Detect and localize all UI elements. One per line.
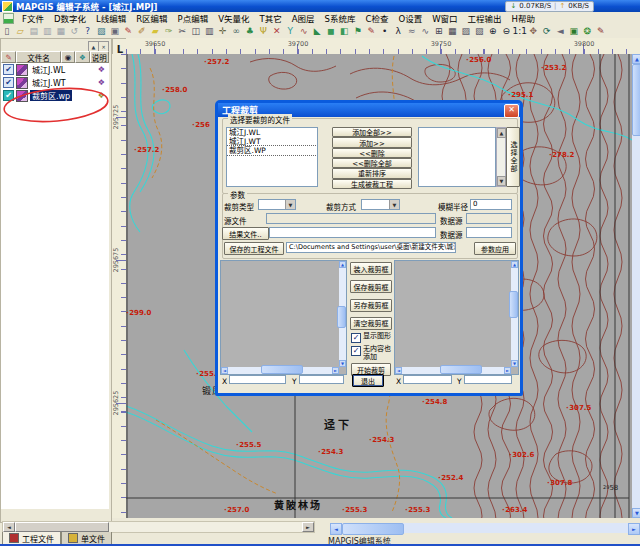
scroll-up-icon[interactable]: ▲ (632, 54, 640, 64)
panel-hscrollbar[interactable]: ◄ ► (221, 367, 339, 374)
print-icon[interactable]: ▣ (108, 25, 122, 38)
scroll-left-icon[interactable]: ◄ (3, 522, 15, 532)
image-icon[interactable]: ▣ (567, 25, 581, 38)
file-row[interactable]: ✔ 城江J.WT ❖ (1, 76, 109, 89)
file-visible-checkbox[interactable]: ✔ (3, 90, 14, 101)
scroll-thumb[interactable] (509, 291, 518, 318)
scroll-thumb[interactable] (440, 365, 482, 374)
snap-icon[interactable]: ∞ (230, 25, 244, 38)
erase-pencil-icon[interactable]: ✐ (135, 25, 149, 38)
spline-icon[interactable]: ∿ (419, 25, 433, 38)
cut-icon[interactable]: ✂ (176, 25, 190, 38)
close-icon[interactable]: ✕ (504, 104, 519, 118)
zoom-out-icon[interactable]: ⊖ (500, 25, 514, 38)
scroll-down-icon[interactable]: ▼ (339, 360, 346, 367)
file-visible-checkbox[interactable]: ✔ (3, 64, 14, 75)
save-all-icon[interactable]: ▥ (41, 25, 55, 38)
y-coord-field[interactable] (299, 375, 344, 384)
menu-item[interactable]: F文件 (17, 12, 49, 24)
file-state-icon[interactable]: ❖ (98, 91, 105, 100)
scroll-right-icon[interactable]: ► (504, 367, 511, 374)
map-vertical-scrollbar[interactable]: ▲ ▼ (632, 54, 640, 518)
transfer-button[interactable]: 生成被裁工程 (332, 179, 412, 189)
result-file-button[interactable]: 结果文件.. (222, 227, 269, 240)
result-file-input[interactable] (269, 227, 436, 238)
list-item[interactable]: 裁剪区.WP (227, 146, 317, 155)
lambda-icon[interactable]: λ (392, 25, 406, 38)
grid-icon[interactable]: ⊞ (432, 25, 446, 38)
table-icon[interactable]: ▦ (446, 25, 460, 38)
fork-icon[interactable]: Ψ (257, 25, 271, 38)
file-state-icon[interactable]: ❖ (98, 78, 105, 87)
file-name[interactable]: 裁剪区.wp (30, 90, 72, 101)
result-preview-panel[interactable]: ▲ ▼ ◄ ► (394, 260, 519, 375)
scroll-thumb[interactable] (632, 64, 640, 136)
scroll-down-icon[interactable]: ▼ (511, 360, 518, 367)
source-files-listbox[interactable]: 城江J.WL城江J.WT裁剪区.WP (226, 127, 318, 187)
empty-add-checkbox[interactable]: ✓ 无内容也添加 (351, 346, 395, 361)
region-icon[interactable]: ◼ (324, 25, 338, 38)
globe-icon[interactable]: ❂ (581, 25, 595, 38)
scroll-down-icon[interactable]: ▼ (497, 176, 506, 186)
draw-pencil-icon[interactable]: ✎ (122, 25, 136, 38)
list-item[interactable]: 城江J.WT (227, 137, 317, 146)
menu-item[interactable]: A图层 (287, 12, 320, 24)
panel-vscrollbar[interactable]: ▲ ▼ (339, 261, 346, 367)
file-name[interactable]: 城江J.WL (30, 64, 67, 75)
file-visible-checkbox[interactable]: ✔ (3, 77, 14, 88)
scroll-right-icon[interactable]: ► (332, 367, 339, 374)
zoom-actual-icon[interactable]: 1:1 (513, 25, 527, 38)
wave-icon[interactable]: ≈ (405, 25, 419, 38)
zoom-in-icon[interactable]: ⊕ (486, 25, 500, 38)
edit-column-icon[interactable]: ✎ (1, 51, 16, 63)
transfer-button[interactable]: 重新排序 (332, 168, 412, 178)
y-coord-field[interactable] (464, 375, 512, 384)
menu-item[interactable]: O设置 (393, 12, 427, 24)
zigzag-icon[interactable]: ∿ (297, 25, 311, 38)
scroll-down-icon[interactable]: ▼ (632, 508, 640, 518)
datasource-input[interactable] (466, 227, 512, 238)
state-column-icon[interactable]: ❖ (75, 51, 89, 63)
region2-icon[interactable]: ◧ (338, 25, 352, 38)
save-project-button[interactable]: 保存的工程文件 (224, 242, 284, 255)
scroll-right-icon[interactable]: ► (628, 523, 640, 535)
panel-hscrollbar[interactable]: ◄ ► (395, 367, 511, 374)
title-bar[interactable]: MAPGIS 编辑子系统 - [城江J.MPJ] ↓ 0.07KB/S | ↑ … (0, 0, 640, 12)
clip-mode-select[interactable]: ▼ (361, 199, 400, 210)
select-all-vertical-button[interactable]: 选择全部 (506, 127, 520, 187)
source-preview-panel[interactable]: ▲ ▼ ◄ ► (220, 260, 347, 375)
x-coord-field[interactable] (403, 375, 452, 384)
list-item[interactable]: 城江J.WL (227, 128, 317, 137)
scroll-left-icon[interactable]: ◄ (221, 367, 228, 374)
new-file-icon[interactable]: ▯ (0, 25, 14, 38)
pan-icon[interactable]: ✥ (527, 25, 541, 38)
wedge-icon[interactable]: ◣ (311, 25, 325, 38)
prev-view-icon[interactable]: ◄ (554, 25, 568, 38)
chevron-down-icon[interactable]: ▼ (389, 200, 399, 209)
menu-item[interactable]: R区编辑 (131, 12, 172, 24)
chevron-down-icon[interactable]: ▼ (285, 200, 295, 209)
menu-item[interactable]: C检查 (361, 12, 394, 24)
help-select-icon[interactable]: ? (81, 25, 95, 38)
menu-item[interactable]: 工程输出 (463, 12, 507, 24)
transfer-button[interactable]: <<删除 (332, 148, 412, 158)
clip-frame-button[interactable]: 另存裁剪框 (350, 299, 392, 312)
save-icon[interactable]: ▤ (27, 25, 41, 38)
scroll-right-icon[interactable]: ► (302, 522, 314, 532)
file-row[interactable]: ✔ 城江J.WL ❖ (1, 63, 109, 76)
menu-item[interactable]: S系统库 (320, 12, 361, 24)
scroll-thumb[interactable] (342, 523, 404, 535)
show-graphic-checkbox[interactable]: ✓ 显示图形 (351, 333, 395, 343)
tree-icon[interactable]: ♣ (243, 25, 257, 38)
scroll-up-icon[interactable]: ▲ (511, 261, 518, 268)
flag-icon[interactable]: ⚑ (351, 25, 365, 38)
menu-item[interactable]: V矢量化 (213, 12, 254, 24)
scroll-left-icon[interactable]: ◄ (330, 523, 342, 535)
refresh-icon[interactable]: ⟳ (540, 25, 554, 38)
brush-icon[interactable]: ✑ (162, 25, 176, 38)
menu-item[interactable]: T其它 (255, 12, 287, 24)
transfer-button[interactable]: 添加全部>> (332, 127, 412, 137)
menu-item[interactable]: H帮助 (507, 12, 540, 24)
node-edit-icon[interactable]: ✛ (216, 25, 230, 38)
highlight-icon[interactable]: ▰ (149, 25, 163, 38)
